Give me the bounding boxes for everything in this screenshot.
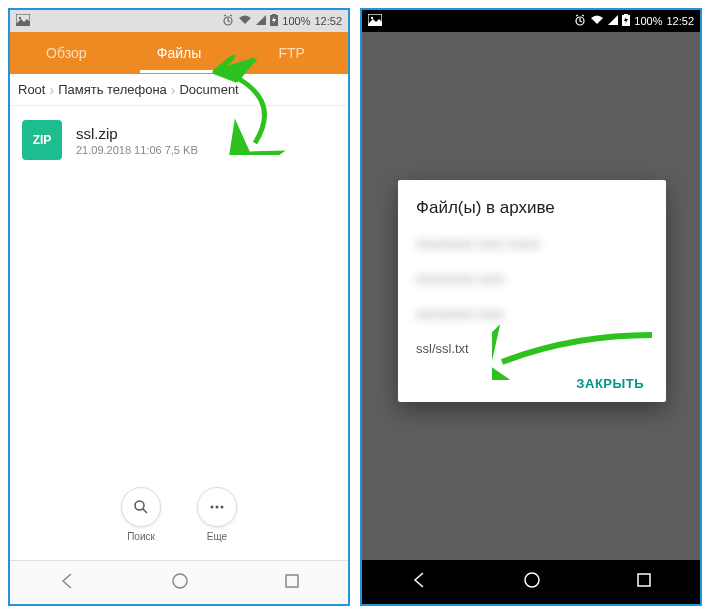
svg-point-12: [371, 16, 373, 18]
recent-icon[interactable]: [283, 572, 301, 594]
crumb-document[interactable]: Document: [179, 82, 238, 97]
fab-row: Поиск Еще: [10, 487, 348, 542]
home-icon[interactable]: [170, 571, 190, 595]
tab-overview[interactable]: Обзор: [10, 33, 123, 73]
file-row[interactable]: ZIP ssl.zip 21.09.2018 11:06 7,5 KB: [10, 112, 348, 168]
nav-bar: [10, 560, 348, 604]
list-item[interactable]: xxxxxxxxx xxxx: [416, 271, 648, 286]
crumb-root[interactable]: Root: [18, 82, 45, 97]
fab-label-more: Еще: [207, 531, 227, 542]
svg-rect-15: [624, 14, 628, 16]
svg-point-7: [216, 506, 219, 509]
file-name: ssl.zip: [76, 125, 198, 142]
home-icon[interactable]: [522, 570, 542, 594]
battery-percent: 100%: [634, 15, 662, 27]
search-icon: [121, 487, 161, 527]
wifi-icon: [238, 15, 252, 27]
signal-icon: [608, 15, 618, 27]
list-item[interactable]: xxxxxxxxx xxxx xxxxx: [416, 236, 648, 251]
screenshot-icon: [368, 14, 382, 29]
phone-right: 100% 12:52 Файл(ы) в архиве xxxxxxxxx xx…: [360, 8, 702, 606]
svg-point-6: [211, 506, 214, 509]
svg-rect-17: [638, 574, 650, 586]
wifi-icon: [590, 15, 604, 27]
dialog-title: Файл(ы) в архиве: [416, 198, 648, 218]
close-button[interactable]: ЗАКРЫТЬ: [572, 368, 648, 399]
status-bar: 100% 12:52: [362, 10, 700, 32]
nav-bar: [362, 560, 700, 604]
tab-bar: Обзор Файлы FTP: [10, 32, 348, 74]
archive-dialog: Файл(ы) в архиве xxxxxxxxx xxxx xxxxx xx…: [398, 180, 666, 402]
back-icon[interactable]: [409, 570, 429, 594]
status-bar: 100% 12:52: [10, 10, 348, 32]
breadcrumb: Root › Память телефона › Document: [10, 74, 348, 106]
list-item[interactable]: xxxxxxxxx xxxx: [416, 306, 648, 321]
file-info: ssl.zip 21.09.2018 11:06 7,5 KB: [76, 125, 198, 156]
fab-label-search: Поиск: [127, 531, 155, 542]
list-item-ssl-txt[interactable]: ssl/ssl.txt: [416, 341, 648, 356]
tab-ftp[interactable]: FTP: [235, 33, 348, 73]
crumb-memory[interactable]: Память телефона: [58, 82, 167, 97]
svg-rect-10: [286, 575, 298, 587]
battery-icon: [270, 14, 278, 28]
file-list: ZIP ssl.zip 21.09.2018 11:06 7,5 KB: [10, 106, 348, 174]
dialog-list: xxxxxxxxx xxxx xxxxx xxxxxxxxx xxxx xxxx…: [416, 236, 648, 356]
battery-percent: 100%: [282, 15, 310, 27]
screenshot-icon: [16, 14, 30, 29]
svg-point-5: [135, 501, 144, 510]
svg-point-9: [173, 574, 187, 588]
clock-time: 12:52: [666, 15, 694, 27]
svg-point-8: [221, 506, 224, 509]
svg-rect-4: [272, 14, 276, 16]
alarm-icon: [574, 14, 586, 28]
search-fab[interactable]: Поиск: [121, 487, 161, 542]
file-meta: 21.09.2018 11:06 7,5 KB: [76, 144, 198, 156]
phone-left: 100% 12:52 Обзор Файлы FTP Root › Память…: [8, 8, 350, 606]
alarm-icon: [222, 14, 234, 28]
more-fab[interactable]: Еще: [197, 487, 237, 542]
chevron-right-icon: ›: [49, 82, 54, 98]
clock-time: 12:52: [314, 15, 342, 27]
battery-icon: [622, 14, 630, 28]
more-icon: [197, 487, 237, 527]
back-icon[interactable]: [57, 571, 77, 595]
signal-icon: [256, 15, 266, 27]
recent-icon[interactable]: [635, 571, 653, 593]
zip-file-icon: ZIP: [22, 120, 62, 160]
svg-point-1: [19, 16, 21, 18]
svg-point-16: [525, 573, 539, 587]
chevron-right-icon: ›: [171, 82, 176, 98]
tab-files[interactable]: Файлы: [123, 33, 236, 73]
